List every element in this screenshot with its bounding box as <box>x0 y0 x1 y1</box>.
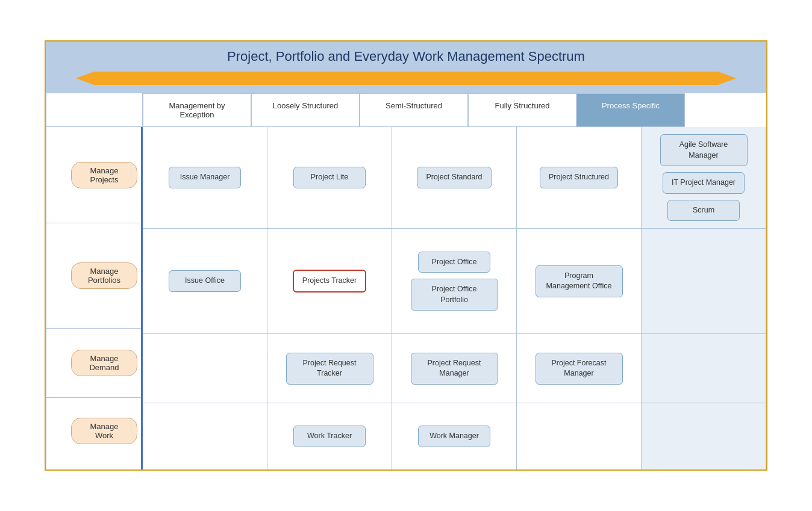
col-header-loosely: Loosely Structured <box>251 93 360 127</box>
arrow-shaft <box>94 72 718 85</box>
col-header-semi: Semi-Structured <box>360 93 468 127</box>
item-program-management-office[interactable]: Program Management Office <box>536 265 623 297</box>
cell-demand-exception <box>143 334 267 403</box>
cell-work-process <box>642 403 766 469</box>
cell-demand-semi: Project Request Manager <box>392 334 517 403</box>
item-project-office[interactable]: Project Office <box>418 252 490 273</box>
cell-portfolios-loosely: Projects Tracker <box>267 229 392 333</box>
column-headers: Management byException Loosely Structure… <box>46 93 766 127</box>
item-project-structured[interactable]: Project Structured <box>540 167 618 188</box>
cell-work-semi: Work Manager <box>392 403 517 469</box>
main-diagram: Project, Portfolio and Everyday Work Man… <box>45 40 767 471</box>
label-manage-projects: ManageProjects <box>46 127 141 223</box>
spectrum-arrow <box>94 72 718 85</box>
item-project-request-tracker[interactable]: Project Request Tracker <box>286 353 373 385</box>
item-agile-software-manager[interactable]: Agile Software Manager <box>660 134 748 166</box>
item-work-tracker[interactable]: Work Tracker <box>293 426 366 447</box>
row-demand: Project Request Tracker Project Request … <box>143 334 766 403</box>
item-project-forecast-manager[interactable]: Project Forecast Manager <box>536 353 623 385</box>
item-project-lite[interactable]: Project Lite <box>293 167 366 188</box>
cell-demand-loosely: Project Request Tracker <box>267 334 392 403</box>
item-issue-office[interactable]: Issue Office <box>169 270 241 292</box>
label-manage-portfolios: ManagePortfolios <box>46 223 141 329</box>
row-projects: Issue Manager Project Lite Project Stand… <box>143 127 766 229</box>
main-grid: ManageProjects ManagePortfolios ManageDe… <box>46 127 766 469</box>
row-portfolios: Issue Office Projects Tracker Project Of… <box>143 229 766 334</box>
item-projects-tracker[interactable]: Projects Tracker <box>293 270 366 293</box>
cell-demand-fully: Project Forecast Manager <box>517 334 642 403</box>
row-label-demand: ManageDemand <box>71 350 137 376</box>
item-project-office-portfolio[interactable]: Project Office Portfolio <box>411 279 498 311</box>
header-empty <box>46 93 143 127</box>
arrow-row <box>52 69 760 91</box>
row-labels-col: ManageProjects ManagePortfolios ManageDe… <box>46 127 143 469</box>
label-manage-work: ManageWork <box>46 398 141 464</box>
cell-work-exception <box>143 403 267 469</box>
cell-portfolios-process <box>642 229 766 333</box>
item-project-request-manager[interactable]: Project Request Manager <box>411 353 498 385</box>
row-label-projects: ManageProjects <box>71 162 137 188</box>
cell-portfolios-exception: Issue Office <box>143 229 267 333</box>
cell-projects-loosely: Project Lite <box>267 127 392 228</box>
cell-demand-process <box>642 334 766 403</box>
cell-work-fully <box>517 403 642 469</box>
cell-projects-process: Agile Software Manager IT Project Manage… <box>642 127 766 228</box>
cell-projects-exception: Issue Manager <box>143 127 267 228</box>
item-project-standard[interactable]: Project Standard <box>417 167 491 188</box>
main-title: Project, Portfolio and Everyday Work Man… <box>52 49 760 64</box>
item-work-manager[interactable]: Work Manager <box>418 426 490 447</box>
cell-portfolios-semi: Project Office Project Office Portfolio <box>392 229 517 333</box>
row-label-work: ManageWork <box>71 418 137 444</box>
col-header-fully: Fully Structured <box>468 93 576 127</box>
cell-projects-semi: Project Standard <box>392 127 517 228</box>
label-manage-demand: ManageDemand <box>46 329 141 398</box>
grid-content: Issue Manager Project Lite Project Stand… <box>143 127 766 469</box>
item-scrum[interactable]: Scrum <box>667 200 740 221</box>
col-header-process: Process Specific <box>576 93 685 127</box>
cell-projects-fully: Project Structured <box>517 127 642 228</box>
row-work: Work Tracker Work Manager <box>143 403 766 469</box>
row-label-portfolios: ManagePortfolios <box>71 262 137 289</box>
cell-portfolios-fully: Program Management Office <box>517 229 642 333</box>
item-it-project-manager[interactable]: IT Project Manager <box>663 172 745 194</box>
item-issue-manager[interactable]: Issue Manager <box>169 167 241 188</box>
header: Project, Portfolio and Everyday Work Man… <box>46 42 766 93</box>
cell-work-loosely: Work Tracker <box>267 403 392 469</box>
col-header-management-exception: Management byException <box>143 93 251 127</box>
